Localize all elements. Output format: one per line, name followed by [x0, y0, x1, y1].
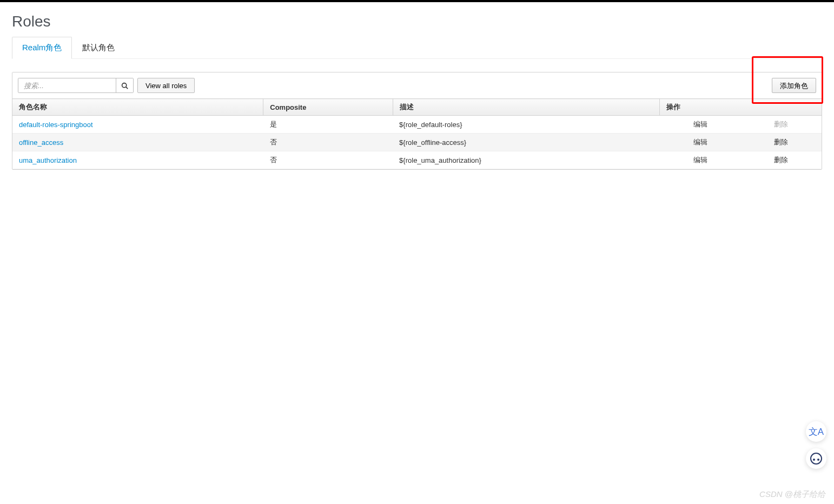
header-description: 描述: [393, 99, 660, 116]
cell-description: ${role_uma_authorization}: [393, 151, 660, 169]
view-all-roles-button[interactable]: View all roles: [137, 78, 195, 93]
table-panel: View all roles 添加角色 角色名称 Composite 描述 操作…: [12, 72, 822, 170]
cell-description: ${role_default-roles}: [393, 116, 660, 134]
table-row: offline_access 否 ${role_offline-access} …: [12, 134, 822, 151]
page-title: Roles: [12, 13, 822, 30]
cell-composite: 否: [263, 151, 393, 169]
table-header-row: 角色名称 Composite 描述 操作: [12, 99, 822, 116]
role-link[interactable]: uma_authorization: [19, 156, 77, 164]
cell-composite: 否: [263, 134, 393, 151]
edit-button[interactable]: 编辑: [660, 151, 741, 169]
svg-line-1: [126, 87, 128, 88]
main-container: Roles Realm角色 默认角色 View all roles 添加角色: [0, 2, 834, 181]
roles-table: 角色名称 Composite 描述 操作 default-roles-sprin…: [12, 98, 822, 169]
header-name: 角色名称: [12, 99, 263, 116]
delete-button[interactable]: 删除: [740, 151, 822, 169]
header-composite: Composite: [263, 99, 393, 116]
search-group: [18, 78, 134, 93]
toolbar: View all roles 添加角色: [12, 72, 822, 98]
tab-default-roles[interactable]: 默认角色: [72, 37, 125, 59]
tabs: Realm角色 默认角色: [12, 37, 822, 59]
cell-description: ${role_offline-access}: [393, 134, 660, 151]
svg-point-0: [122, 83, 127, 87]
edit-button[interactable]: 编辑: [660, 134, 741, 151]
edit-button[interactable]: 编辑: [660, 116, 741, 134]
search-button[interactable]: [116, 78, 133, 92]
tab-realm-roles[interactable]: Realm角色: [12, 37, 72, 59]
delete-button[interactable]: 删除: [740, 134, 822, 151]
table-row: default-roles-springboot 是 ${role_defaul…: [12, 116, 822, 134]
role-link[interactable]: offline_access: [19, 138, 63, 147]
header-operations: 操作: [660, 99, 822, 116]
table-row: uma_authorization 否 ${role_uma_authoriza…: [12, 151, 822, 169]
add-role-button[interactable]: 添加角色: [772, 78, 816, 93]
role-link[interactable]: default-roles-springboot: [19, 121, 93, 129]
search-icon: [121, 82, 128, 89]
add-role-wrap: 添加角色: [772, 78, 816, 93]
cell-composite: 是: [263, 116, 393, 134]
search-input[interactable]: [18, 78, 116, 92]
delete-button: 删除: [740, 116, 822, 134]
